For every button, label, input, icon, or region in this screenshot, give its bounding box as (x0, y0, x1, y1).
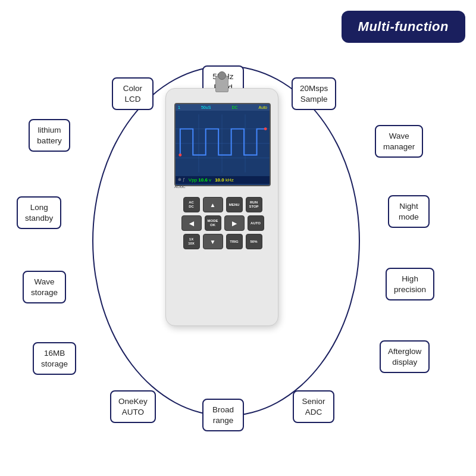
btn-down[interactable]: ▼ (203, 234, 223, 249)
feature-label: Afterglowdisplay (388, 346, 421, 367)
btn-mode-ok[interactable]: MODEOK (205, 215, 221, 231)
device-container: 1 50uS DC Auto (159, 88, 284, 344)
feature-label: OneKeyAUTO (118, 396, 148, 417)
feature-16mb-storage: 16MBstorage (33, 342, 76, 375)
screen-waveform (176, 111, 270, 176)
feature-label: ColorLCD (120, 83, 145, 104)
feature-label: Wavestorage (31, 277, 58, 298)
btn-50[interactable]: 50% (246, 234, 262, 249)
screen-vpp: Vpp 10.6 v (189, 177, 211, 183)
feature-night-mode: Nightmode (388, 195, 430, 228)
feature-wave-storage: Wavestorage (23, 271, 66, 303)
btn-right[interactable]: ▶ (224, 215, 245, 231)
feature-label: Longstandby (25, 202, 53, 223)
screen-ch1: 1 (178, 105, 180, 109)
label-ac-dc: AC/DC (174, 185, 186, 189)
btn-row-1: ACDC ▲ MENU RUNSTOP (172, 197, 273, 212)
svg-point-7 (264, 127, 267, 130)
feature-20msps: 20MspsSample (292, 77, 336, 110)
feature-broad-range: Broadrange (202, 399, 244, 431)
feature-long-standby: Longstandby (17, 196, 61, 229)
btn-acdx[interactable]: ACDC (183, 197, 200, 212)
btn-trig[interactable]: TRIG (226, 234, 243, 249)
screen-footer: ⊕ ƒ Vpp 10.6 v 10.0 kHz (176, 176, 270, 184)
title-text: Multi-function (358, 19, 449, 34)
feature-lithium-battery: lithiumbattery (29, 119, 70, 152)
screen-timebase: 50uS (201, 105, 211, 109)
feature-color-lcd: ColorLCD (112, 77, 154, 110)
page-container: Multi-function lithiumbattery ColorLCD 5… (0, 0, 476, 476)
feature-label: 20MspsSample (300, 83, 328, 104)
feature-label: lithiumbattery (37, 125, 62, 146)
btn-menu[interactable]: MENU (226, 197, 243, 212)
svg-point-6 (178, 154, 181, 156)
feature-wave-manager: Wavemanager (375, 125, 423, 158)
btn-left[interactable]: ◀ (181, 215, 202, 231)
feature-senior-adc: SeniorADC (293, 390, 334, 423)
feature-label: Highprecision (394, 274, 426, 295)
feature-label: Broadrange (211, 405, 236, 425)
feature-label: Nightmode (396, 201, 421, 222)
feature-label: SeniorADC (301, 396, 326, 417)
btn-row-2: ◀ MODEOK ▶ AUTO (172, 215, 273, 231)
feature-label: Wavemanager (383, 131, 415, 152)
feature-label: 16MBstorage (41, 348, 68, 369)
title-badge: Multi-function (342, 11, 465, 43)
feature-afterglow: Afterglowdisplay (380, 340, 430, 373)
screen-freq: 10.0 kHz (215, 177, 234, 183)
btn-run-stop[interactable]: RUNSTOP (246, 197, 262, 212)
feature-high-precision: Highprecision (386, 268, 434, 300)
btn-1x-10x[interactable]: 1X10X (183, 234, 200, 249)
btn-row-3: 1X10X ▼ TRIG 50% (172, 234, 273, 249)
device-antenna (215, 76, 228, 92)
device-body: 1 50uS DC Auto (165, 88, 278, 326)
screen-auto: Auto (259, 105, 267, 109)
screen-header: 1 50uS DC Auto (176, 104, 270, 111)
device-screen: 1 50uS DC Auto (174, 103, 271, 186)
screen-symbol: ⊕ ƒ (178, 177, 185, 183)
device-buttons: ACDC ▲ MENU RUNSTOP ◀ MODEOK ▶ AUTO 1X10… (172, 197, 273, 252)
device-label-area: AC/DC (174, 185, 271, 189)
btn-auto[interactable]: AUTO (248, 215, 264, 231)
screen-dc: DC (231, 105, 237, 109)
feature-onekey-auto: OneKeyAUTO (110, 390, 156, 423)
btn-up[interactable]: ▲ (203, 197, 223, 212)
